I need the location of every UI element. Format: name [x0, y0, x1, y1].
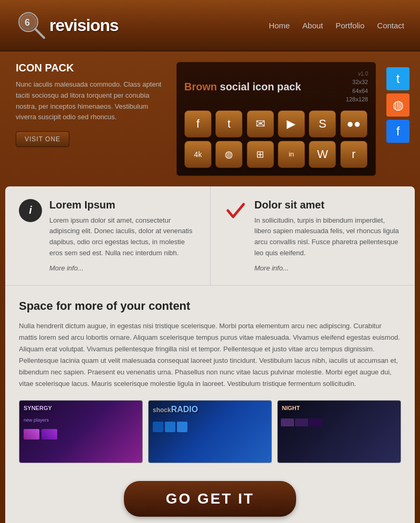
magnifier-icon: 6 [16, 9, 47, 41]
cta-button[interactable]: GO GET IT [124, 481, 297, 517]
icons-grid: f t ✉ ▶ S ●● 4k ◍ ⊞ in W r [184, 110, 368, 168]
two-col-features: i Lorem Ipsum Lorem ipsum dolor sit amet… [5, 186, 415, 286]
content-heading: Space for more of your content [19, 299, 401, 313]
icon-pack-body: Nunc iaculis malesuada commodo. Class ap… [16, 79, 166, 123]
content-body: Nulla hendrerit dictum augue, in egestas… [19, 320, 401, 390]
feature-right-content: Dolor sit amet In sollicitudin, turpis i… [255, 199, 402, 273]
logo-text: revisions [49, 16, 119, 35]
feature-left-body: Lorem ipsum dolor sit amet, consectetur … [49, 215, 196, 259]
nav-about[interactable]: About [302, 21, 323, 30]
header: 6 revisions Home About Portfolio Contact [0, 0, 420, 51]
content-section: Space for more of your content Nulla hen… [5, 286, 415, 523]
flickr-icon[interactable]: ●● [340, 110, 368, 138]
info-icon: i [19, 199, 42, 222]
feature-left-heading: Lorem Ipsum [49, 199, 196, 211]
wordpress-icon[interactable]: W [309, 141, 336, 168]
main-wrapper: ICON PACK Nunc iaculis malesuada commodo… [0, 51, 420, 523]
radio-screenshot[interactable]: shockRADIO [148, 400, 272, 463]
network-icon[interactable]: ⊞ [247, 141, 274, 168]
nav-home[interactable]: Home [269, 21, 290, 30]
icon-pack-sizes: v1.0 32x32 64x64 128x128 [346, 70, 368, 104]
twitter-icon[interactable]: t [215, 110, 243, 138]
feature-left-content: Lorem Ipsum Lorem ipsum dolor sit amet, … [49, 199, 196, 273]
svg-line-2 [35, 29, 44, 38]
night-screenshot[interactable]: NIGHT [277, 400, 401, 463]
nav-portfolio[interactable]: Portfolio [335, 21, 364, 30]
logo-area: 6 revisions [16, 9, 119, 41]
icon-pack-box: Brown social icon pack v1.0 32x32 64x64 … [176, 62, 376, 176]
visit-button[interactable]: VISIT ONE [16, 131, 69, 147]
feature-right-more[interactable]: More info... [255, 264, 289, 272]
cta-area: GO GET IT [19, 476, 401, 523]
rss-side-icon[interactable]: ◍ [386, 93, 410, 117]
side-social: t ◍ f [386, 62, 410, 176]
feature-right: Dolor sit amet In sollicitudin, turpis i… [211, 186, 415, 285]
top-section: ICON PACK Nunc iaculis malesuada commodo… [0, 51, 420, 186]
checkmark-icon [224, 199, 247, 222]
message-icon[interactable]: ✉ [247, 110, 274, 138]
icon-pack-left: ICON PACK Nunc iaculis malesuada commodo… [16, 62, 166, 176]
feature-right-heading: Dolor sit amet [255, 199, 402, 211]
icon-pack-title: Brown social icon pack v1.0 32x32 64x64 … [184, 70, 368, 104]
synergy-screenshot[interactable]: SYNERGY new players [19, 400, 143, 463]
nav-contact[interactable]: Contact [377, 21, 404, 30]
logo-revisions: revisions [49, 16, 119, 35]
linkedin-icon[interactable]: in [278, 141, 305, 168]
video-icon[interactable]: ▶ [278, 110, 305, 138]
svg-text:6: 6 [25, 17, 30, 28]
feature-right-body: In sollicitudin, turpis in bibendum impe… [255, 215, 402, 259]
twitter-side-icon[interactable]: t [386, 67, 410, 90]
icon-pack-box-heading: Brown social icon pack [184, 81, 301, 93]
feature-left-more[interactable]: More info... [49, 264, 83, 272]
main-nav: Home About Portfolio Contact [269, 21, 404, 30]
rss-icon[interactable]: ◍ [215, 141, 243, 168]
facebook-side-icon[interactable]: f [386, 120, 410, 143]
white-section: i Lorem Ipsum Lorem ipsum dolor sit amet… [5, 186, 415, 524]
icon-pack-heading: ICON PACK [16, 62, 166, 74]
facebook-icon[interactable]: f [184, 110, 212, 138]
digg-icon[interactable]: 4k [184, 141, 212, 168]
stumbleupon-icon[interactable]: S [309, 110, 336, 138]
feature-left: i Lorem Ipsum Lorem ipsum dolor sit amet… [5, 186, 211, 285]
reddit-icon[interactable]: r [340, 141, 368, 168]
screenshots-row: SYNERGY new players shockRADIO [19, 400, 401, 463]
